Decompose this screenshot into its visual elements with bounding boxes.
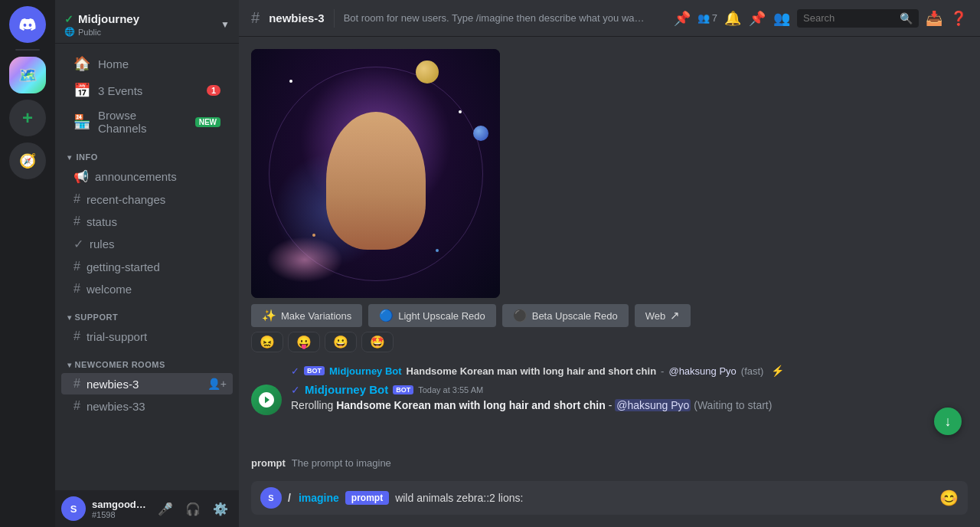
add-server-button[interactable]: + xyxy=(9,100,46,136)
sidebar: ✓ Midjourney 🌐 Public ▼ 🏠 Home 📅 3 Event… xyxy=(55,0,239,527)
channel-name-header: newbies-3 xyxy=(269,11,325,25)
above-mention: @haksung Pyo xyxy=(668,365,736,377)
user-settings-button[interactable]: ⚙️ xyxy=(208,496,233,521)
message-prompt-bold: Handsome Korean man with long hair and s… xyxy=(336,399,606,411)
image-face xyxy=(326,112,426,250)
user-info: samgoodw... #1598 xyxy=(92,499,147,519)
collapse-support-arrow[interactable]: ▾ xyxy=(67,313,72,322)
pin-button[interactable]: 📌 xyxy=(673,9,691,28)
sidebar-item-events[interactable]: 📅 3 Events 1 xyxy=(61,77,233,103)
channel-header: # newbies-3 Bot room for new users. Type… xyxy=(239,0,980,37)
image-planet2 xyxy=(473,126,488,141)
above-prompt-bold: Handsome Korean man with long hair and s… xyxy=(407,365,656,377)
sidebar-item-home[interactable]: 🏠 Home xyxy=(61,51,233,77)
web-button[interactable]: Web ↗ xyxy=(635,304,691,327)
verified-icon: ✓ xyxy=(291,384,300,396)
channel-newbies-3[interactable]: # newbies-3 👤+ xyxy=(61,373,233,394)
input-user-avatar: S xyxy=(260,487,282,509)
sidebar-item-browse[interactable]: 🏪 Browse Channels NEW xyxy=(61,104,233,139)
image-post: ✨ Make Variations 🔵 Light Upscale Redo ⚫… xyxy=(251,49,968,352)
server-menu-chevron: ▼ xyxy=(220,19,230,30)
reaction-grin[interactable]: 😀 xyxy=(325,332,357,352)
external-link-icon: ↗ xyxy=(670,309,680,322)
channel-status[interactable]: # status xyxy=(61,211,233,232)
channel-rules[interactable]: ✓ rules xyxy=(61,233,233,255)
collapse-info-arrow[interactable]: ▾ xyxy=(67,153,72,162)
footer-actions: 🎤 🎧 ⚙️ xyxy=(153,496,233,521)
message-compact-row: ✓ BOT Midjourney Bot Handsome Korean man… xyxy=(251,362,968,377)
command-name: imagine xyxy=(299,492,339,504)
channel-rules-icon: ✓ xyxy=(74,237,83,251)
channel-hash-icon: # xyxy=(74,260,80,273)
search-bar[interactable]: 🔍 xyxy=(797,9,919,28)
browse-icon: 🏪 xyxy=(74,113,90,130)
image-flowers xyxy=(266,237,343,283)
channel-announcements[interactable]: 📢 announcements xyxy=(61,165,233,188)
bot-avatar xyxy=(251,385,282,415)
sparkle xyxy=(459,110,462,113)
message-timestamp: Today at 3:55 AM xyxy=(418,385,483,394)
generated-image xyxy=(251,49,500,298)
section-newcomer-header: ▾ NEWCOMER ROOMS xyxy=(55,348,239,372)
light-upscale-redo-button[interactable]: 🔵 Light Upscale Redo xyxy=(368,304,495,327)
verified-badge-small: ✓ xyxy=(291,365,299,377)
reaction-star-eyes[interactable]: 🤩 xyxy=(361,332,394,352)
help-button[interactable]: ❓ xyxy=(949,9,968,28)
reaction-anguish[interactable]: 😖 xyxy=(251,332,283,352)
events-badge: 1 xyxy=(207,85,220,96)
sparkle xyxy=(289,80,292,83)
channel-trial-support[interactable]: # trial-support xyxy=(61,326,233,347)
scroll-to-bottom-button[interactable]: ↓ xyxy=(934,408,962,435)
user-discriminator: #1598 xyxy=(92,510,147,519)
member-count: 👥 7 xyxy=(697,12,717,24)
add-user-icon[interactable]: 👤+ xyxy=(207,378,227,390)
beta-upscale-icon: ⚫ xyxy=(513,309,528,322)
browse-new-badge: NEW xyxy=(195,117,220,127)
prompt-hint-text: The prompt to imagine xyxy=(292,457,391,469)
verified-check: ✓ xyxy=(64,13,74,25)
inbox-button[interactable]: 📥 xyxy=(925,9,943,28)
server-rail: 🗺️ + 🧭 xyxy=(0,0,55,527)
explore-servers-button[interactable]: 🧭 xyxy=(9,142,46,179)
mute-button[interactable]: 🎤 xyxy=(153,496,178,521)
discord-home-button[interactable] xyxy=(9,6,46,43)
server-header[interactable]: ✓ Midjourney 🌐 Public ▼ xyxy=(55,0,239,44)
dash-separator: - xyxy=(661,365,664,377)
section-support-header: ▾ SUPPORT xyxy=(55,300,239,325)
channel-recent-changes[interactable]: # recent-changes xyxy=(61,188,233,210)
channel-welcome[interactable]: # welcome xyxy=(61,278,233,300)
notification-button[interactable]: 🔔 xyxy=(724,9,742,28)
reaction-tongue[interactable]: 😛 xyxy=(288,332,320,352)
message-action-icon[interactable]: ⚡ xyxy=(771,365,784,377)
server-name-text: Midjourney xyxy=(78,12,139,25)
message-author: Midjourney Bot xyxy=(305,383,388,396)
search-input[interactable] xyxy=(803,12,895,24)
collapse-newcomer-arrow[interactable]: ▾ xyxy=(67,361,72,369)
channel-hash-icon: # xyxy=(74,214,80,228)
message-input[interactable] xyxy=(395,492,933,504)
bot-badge-small: BOT xyxy=(304,366,325,375)
pin-icon-button[interactable]: 📌 xyxy=(748,9,766,28)
sparkle xyxy=(312,234,315,237)
reaction-bar: 😖 😛 😀 🤩 xyxy=(251,332,968,352)
home-icon: 🏠 xyxy=(74,55,90,72)
channel-newbies-33[interactable]: # newbies-33 xyxy=(61,395,233,417)
make-variations-button[interactable]: ✨ Make Variations xyxy=(251,304,362,327)
prompt-hint: prompt The prompt to imagine xyxy=(251,454,968,472)
prompt-hint-area: prompt The prompt to imagine xyxy=(239,451,980,475)
message-status: (Waiting to start) xyxy=(694,399,772,411)
prompt-hint-label: prompt xyxy=(251,457,286,469)
message-header: ✓ Midjourney Bot BOT Today at 3:55 AM xyxy=(291,383,968,396)
input-area: S / imagine prompt 😊 xyxy=(239,475,980,527)
channel-hash-icon: 📢 xyxy=(74,169,89,184)
members-button[interactable]: 👥 xyxy=(773,9,791,28)
bot-message-row: ✓ Midjourney Bot BOT Today at 3:55 AM Re… xyxy=(251,380,968,418)
midjourney-server-icon[interactable]: 🗺️ xyxy=(9,57,46,93)
message-mention: @haksung Pyo xyxy=(615,399,691,411)
channel-hash-icon: # xyxy=(74,282,80,296)
main-area: ✨ Make Variations 🔵 Light Upscale Redo ⚫… xyxy=(239,37,980,527)
emoji-picker-button[interactable]: 😊 xyxy=(939,489,959,507)
channel-getting-started[interactable]: # getting-started xyxy=(61,256,233,277)
deafen-button[interactable]: 🎧 xyxy=(181,496,205,521)
beta-upscale-redo-button[interactable]: ⚫ Beta Upscale Redo xyxy=(502,304,629,327)
